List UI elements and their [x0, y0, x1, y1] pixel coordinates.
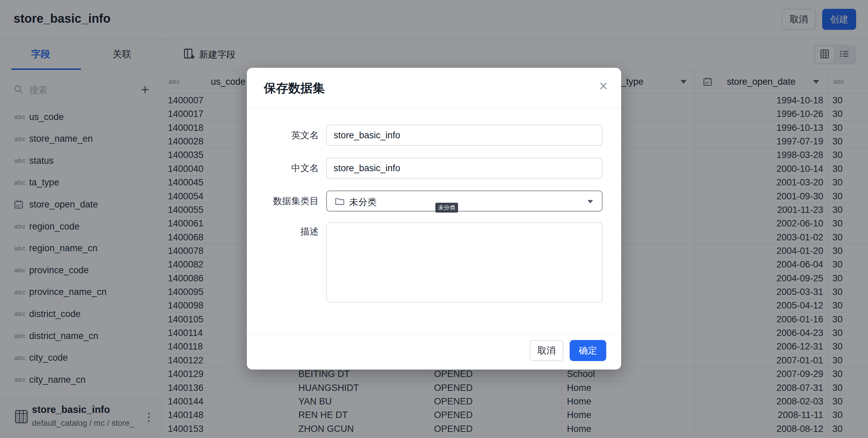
cn-name-label: 中文名: [247, 158, 319, 179]
modal-title: 保存数据集: [264, 80, 325, 97]
description-field[interactable]: [326, 222, 603, 302]
modal-header: 保存数据集 ✕: [247, 68, 621, 108]
category-label: 数据集类目: [247, 191, 319, 212]
category-select[interactable]: 未分类: [326, 191, 603, 212]
en-name-field[interactable]: [326, 125, 603, 146]
category-value: 未分类: [349, 196, 377, 208]
chevron-down-icon: [588, 200, 593, 203]
modal-cancel-button[interactable]: 取消: [530, 340, 564, 361]
en-name-label: 英文名: [247, 125, 319, 146]
modal-footer-divider: [247, 334, 621, 334]
save-dataset-modal: 保存数据集 ✕ 英文名 中文名 数据集类目 未分类 未分类 描述 取消 确定: [247, 68, 621, 370]
app-screen: store_basic_info 取消 创建 字段 关联 新建字段: [0, 0, 868, 438]
description-label: 描述: [247, 226, 319, 237]
close-icon[interactable]: ✕: [599, 79, 609, 93]
modal-confirm-button[interactable]: 确定: [570, 340, 606, 361]
folder-icon: [334, 196, 345, 208]
category-tooltip: 未分类: [435, 203, 458, 213]
cn-name-field[interactable]: [326, 158, 603, 179]
